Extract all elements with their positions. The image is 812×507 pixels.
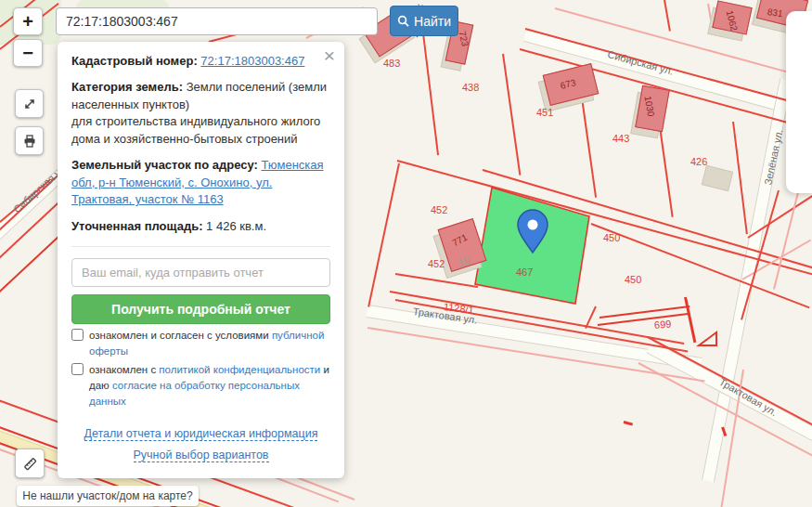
building-label: 673 bbox=[560, 77, 577, 91]
personal-data-link[interactable]: согласие на обработку персональных данны… bbox=[89, 380, 300, 407]
print-button[interactable] bbox=[15, 126, 44, 155]
area-label: Уточненная площадь: bbox=[71, 219, 202, 233]
parcel-label: 426 bbox=[690, 156, 707, 167]
category-detail: для строительства индивидуального жилого… bbox=[71, 114, 320, 145]
offer-consent-text: ознакомлен и согласен с условиями публич… bbox=[89, 328, 330, 358]
privacy-text: ознакомлен с bbox=[89, 364, 159, 375]
category-label: Категория земель: bbox=[71, 80, 183, 94]
parcel-label: 451 bbox=[536, 107, 553, 118]
popup-footer-links: Детали отчета и юридическая информация Р… bbox=[71, 423, 330, 465]
street-label: Сибирская ул. bbox=[606, 48, 675, 77]
privacy-consent-row: ознакомлен с политикой конфиденциальност… bbox=[71, 362, 330, 409]
get-report-button[interactable]: Получить подробный отчет bbox=[71, 294, 330, 324]
privacy-checkbox[interactable] bbox=[71, 363, 84, 375]
parcel-label: 450 bbox=[603, 232, 620, 243]
email-input[interactable] bbox=[71, 258, 330, 287]
building-label: 1030 bbox=[643, 96, 657, 118]
side-panel-cut bbox=[786, 11, 812, 193]
cadastral-number-row: Кадастровый номер: 72:17:1803003:467 bbox=[71, 53, 330, 70]
privacy-consent-text: ознакомлен с политикой конфиденциальност… bbox=[89, 362, 330, 409]
offer-consent-row: ознакомлен и согласен с условиями публич… bbox=[71, 328, 330, 358]
cadastral-number-link[interactable]: 72:17:1803003:467 bbox=[200, 54, 304, 68]
measure-button[interactable] bbox=[15, 448, 45, 478]
parcel-label: 452 bbox=[428, 258, 445, 269]
building-label: 771 bbox=[450, 232, 469, 249]
search-input[interactable] bbox=[56, 7, 378, 35]
print-icon bbox=[22, 134, 37, 149]
building-label: 1062 bbox=[725, 9, 740, 32]
zoom-out-button[interactable]: − bbox=[13, 39, 43, 67]
privacy-policy-link[interactable]: политикой конфиденциальности bbox=[159, 364, 320, 375]
not-found-bar[interactable]: Не нашли участок/дом на карте? bbox=[17, 486, 199, 506]
parcel-label: 450 bbox=[625, 274, 641, 285]
parcel-label: 483 bbox=[383, 58, 400, 69]
report-details-link[interactable]: Детали отчета и юридическая информация bbox=[84, 427, 318, 441]
map-viewport[interactable]: 4834384514434264524524504506991128/1467С… bbox=[0, 0, 812, 507]
parcel-label: 19 bbox=[457, 254, 471, 269]
expand-icon bbox=[22, 97, 37, 111]
area-value: 1 426 кв.м. bbox=[206, 219, 266, 233]
parcel-label: 443 bbox=[612, 133, 629, 144]
parcel-label: 699 bbox=[653, 318, 671, 331]
manual-select-link[interactable]: Ручной выбор вариантов bbox=[134, 448, 269, 462]
ruler-icon bbox=[22, 456, 38, 472]
search-button[interactable]: Найти bbox=[390, 6, 458, 36]
parcel-label: 438 bbox=[462, 82, 479, 93]
category-row: Категория земель: Земли поселений (земли… bbox=[71, 79, 330, 148]
address-label: Земельный участок по адресу: bbox=[71, 158, 258, 172]
street-label: Зелёная ул. bbox=[762, 128, 784, 186]
search-button-label: Найти bbox=[414, 14, 451, 29]
parcel-label: 467 bbox=[516, 266, 533, 278]
area-row: Уточненная площадь: 1 426 кв.м. bbox=[71, 218, 330, 235]
building-label: 723 bbox=[458, 30, 470, 47]
address-row: Земельный участок по адресу: Тюменская о… bbox=[71, 157, 330, 208]
offer-checkbox[interactable] bbox=[71, 329, 84, 341]
cadastral-label: Кадастровый номер: bbox=[71, 54, 198, 68]
close-icon[interactable]: × bbox=[324, 46, 335, 65]
parcel-info-popup: × Кадастровый номер: 72:17:1803003:467 К… bbox=[58, 42, 344, 478]
divider bbox=[71, 246, 330, 247]
parcel-label: 452 bbox=[431, 204, 447, 215]
zoom-in-button[interactable]: + bbox=[13, 7, 43, 35]
street-label: Трактовая ул. bbox=[717, 376, 780, 418]
building-label: 831 bbox=[767, 6, 783, 19]
search-icon bbox=[397, 15, 409, 27]
offer-text: ознакомлен и согласен с условиями bbox=[89, 330, 272, 341]
fullscreen-button[interactable] bbox=[15, 89, 44, 118]
